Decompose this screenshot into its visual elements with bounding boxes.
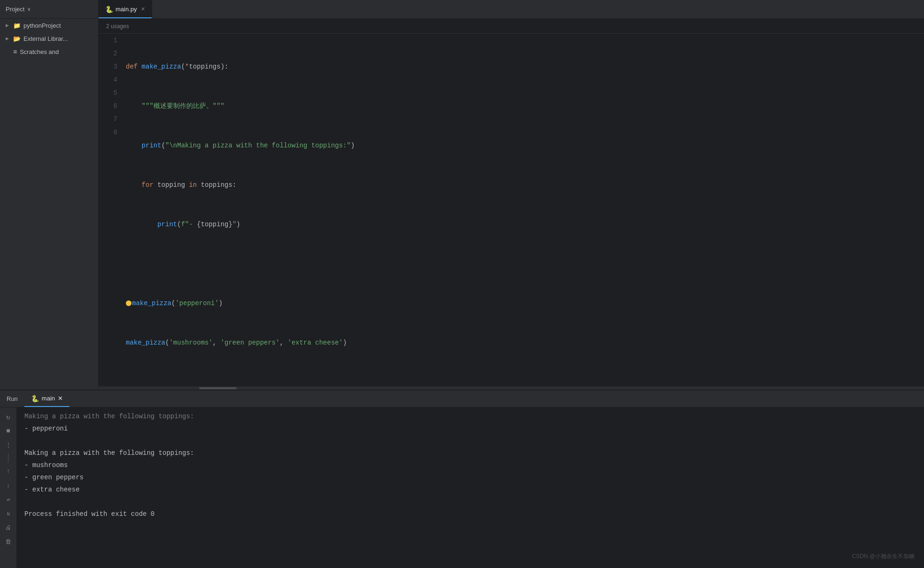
code-line-6 (126, 257, 924, 270)
scratches-icon: ≡ (13, 48, 17, 55)
bottom-panel-header: Run 🐍 main ✕ (0, 391, 924, 407)
sidebar-item-python-project[interactable]: ▶ 📁 pythonProject (0, 19, 98, 32)
separator (8, 453, 8, 463)
code-editor[interactable]: 1 2 3 4 5 6 7 8 def make_pizza(*toppings… (99, 34, 924, 386)
chevron-down-icon: ∨ (27, 7, 31, 12)
tab-main-py[interactable]: 🐍 main.py ✕ (99, 0, 152, 18)
run-tab-main[interactable]: 🐍 main ✕ (24, 391, 69, 407)
line-numbers: 1 2 3 4 5 6 7 8 (99, 34, 122, 386)
sidebar-item-scratches[interactable]: ≡ Scratches and (0, 45, 98, 58)
python-run-icon: 🐍 (31, 395, 39, 402)
main-area: ▶ 📁 pythonProject ▶ 📂 External Librar...… (0, 19, 924, 390)
scroll-up-button[interactable]: ↑ (3, 466, 14, 477)
terminal-line-fade: Making a pizza with the following toppin… (24, 410, 916, 422)
scroll-down-button[interactable]: ↓ (3, 480, 14, 491)
library-folder-icon: 📂 (13, 35, 21, 42)
code-line-4: for topping in toppings: (126, 178, 924, 192)
run-tab-label: main (42, 395, 55, 402)
code-line-3: print("\nMaking a pizza with the followi… (126, 139, 924, 152)
terminal-line-pepperoni: - pepperoni (24, 422, 916, 435)
bottom-panel: Run 🐍 main ✕ ↻ ■ ⋮ ↑ ↓ ⇌ ⇅ 🖨 🗑 Making a … (0, 390, 924, 568)
usages-text: 2 usages (106, 23, 129, 30)
run-label[interactable]: Run (0, 391, 24, 407)
editor-area: 2 usages 1 2 3 4 5 6 7 8 def make_pizza(… (99, 19, 924, 390)
scrollbar-thumb (199, 387, 237, 389)
terminal-line-mushrooms: - mushrooms (24, 459, 916, 471)
python-file-icon: 🐍 (105, 6, 113, 13)
stop-button[interactable]: ■ (3, 425, 14, 437)
sidebar-item-external-libraries[interactable]: ▶ 📂 External Librar... (0, 32, 98, 45)
expand-arrow-icon: ▶ (6, 23, 10, 28)
terminal-icons-sidebar: ↻ ■ ⋮ ↑ ↓ ⇌ ⇅ 🖨 🗑 (0, 407, 17, 568)
code-content[interactable]: def make_pizza(*toppings): """概述要制作的比萨。"… (122, 34, 924, 386)
code-line-2: """概述要制作的比萨。""" (126, 100, 924, 113)
project-panel-header[interactable]: Project ∨ (0, 0, 99, 18)
code-line-7: make_pizza('pepperoni') (126, 297, 924, 310)
run-tab-close-icon[interactable]: ✕ (58, 395, 63, 402)
terminal-line-exit: Process finished with exit code 0 (24, 508, 916, 520)
tabs-area: 🐍 main.py ✕ (99, 0, 924, 18)
print-button[interactable]: 🖨 (3, 522, 14, 533)
terminal-content-area: ↻ ■ ⋮ ↑ ↓ ⇌ ⇅ 🖨 🗑 Making a pizza with th… (0, 407, 924, 568)
editor-scrollbar[interactable] (99, 386, 924, 390)
code-line-5: print(f"- {topping}") (126, 218, 924, 231)
more-options-button[interactable]: ⋮ (3, 439, 14, 451)
watermark: CSDN @小翘余生不加糖 (852, 553, 915, 560)
code-line-1: def make_pizza(*toppings): (126, 60, 924, 73)
sidebar-item-label: External Librar... (23, 35, 68, 42)
terminal-line-extra-cheese: - extra cheese (24, 484, 916, 496)
top-bar: Project ∨ 🐍 main.py ✕ (0, 0, 924, 19)
terminal-output: Making a pizza with the following toppin… (17, 407, 924, 568)
trash-button[interactable]: 🗑 (3, 536, 14, 547)
project-label: Project (6, 6, 24, 13)
run-text: Run (7, 395, 18, 402)
wrap-button[interactable]: ⇌ (3, 494, 14, 505)
terminal-line-making2: Making a pizza with the following toppin… (24, 447, 916, 459)
code-line-8: make_pizza('mushrooms', 'green peppers',… (126, 336, 924, 349)
tab-close-icon[interactable]: ✕ (141, 6, 145, 12)
sidebar-item-label: Scratches and (20, 48, 59, 55)
terminal-line-green-peppers: - green peppers (24, 471, 916, 484)
project-sidebar: ▶ 📁 pythonProject ▶ 📂 External Librar...… (0, 19, 99, 390)
expand-arrow-icon: ▶ (6, 36, 10, 41)
terminal-line-empty1 (24, 435, 916, 447)
usages-bar: 2 usages (99, 19, 924, 34)
tab-label: main.py (116, 6, 137, 13)
terminal-line-empty2 (24, 496, 916, 508)
restart-button[interactable]: ↻ (3, 411, 14, 422)
sort-button[interactable]: ⇅ (3, 508, 14, 519)
sidebar-item-label: pythonProject (23, 22, 61, 29)
folder-icon: 📁 (13, 22, 21, 29)
